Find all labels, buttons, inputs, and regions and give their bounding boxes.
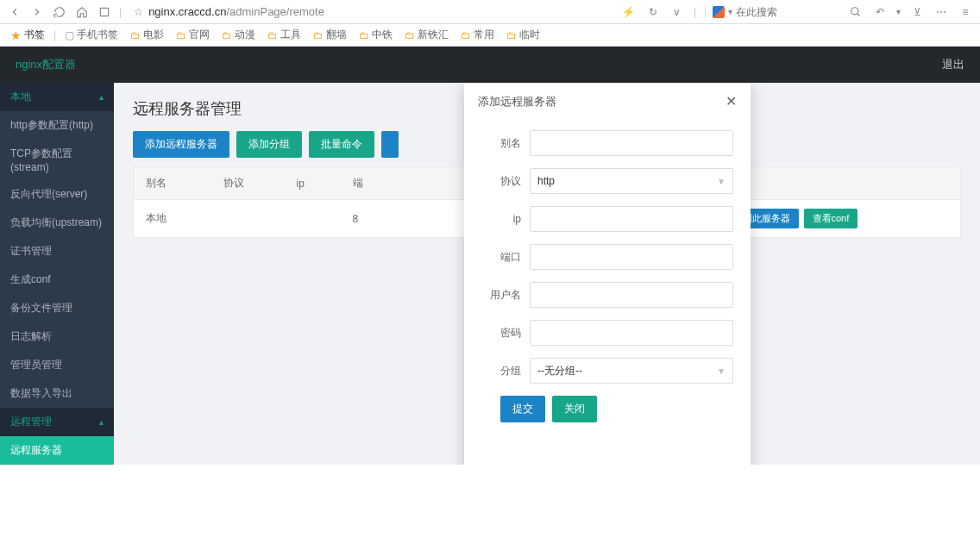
- password-input[interactable]: [530, 320, 733, 346]
- add-server-modal: 添加远程服务器 ✕ 别名 协议 http ▼ ip: [464, 83, 751, 465]
- app-brand: nginx配置器: [16, 57, 76, 72]
- cell-ip: [285, 200, 341, 238]
- more-icon[interactable]: ⋯: [933, 4, 949, 20]
- download-icon[interactable]: ⊻: [909, 4, 925, 20]
- sidebar-tcp[interactable]: TCP参数配置(stream): [0, 140, 114, 180]
- label-alias: 别名: [481, 136, 530, 151]
- address-bar[interactable]: ☆ nginx.craccd.cn/adminPage/remote: [129, 5, 614, 18]
- browser-search-input[interactable]: [736, 6, 839, 18]
- forward-button[interactable]: [29, 4, 45, 20]
- protocol-select[interactable]: http ▼: [530, 168, 733, 194]
- search-icon[interactable]: [848, 4, 864, 20]
- sidebar-log[interactable]: 日志解析: [0, 322, 114, 351]
- refresh-button[interactable]: [52, 4, 67, 20]
- col-ip: ip: [285, 167, 341, 200]
- logout-button[interactable]: 退出: [942, 57, 964, 72]
- sync-icon[interactable]: ∨: [669, 4, 685, 20]
- url-host: nginx.craccd.cn: [148, 5, 226, 18]
- bookmark-phone[interactable]: ▢手机书签: [61, 26, 122, 44]
- sidebar-backup[interactable]: 备份文件管理: [0, 294, 114, 322]
- bookmark-anime[interactable]: 🗀动漫: [218, 26, 259, 44]
- bookmark-xth[interactable]: 🗀新铁汇: [401, 26, 452, 44]
- col-alias: 别名: [134, 167, 211, 200]
- cell-protocol: [211, 200, 285, 238]
- svg-line-2: [858, 13, 860, 16]
- svg-point-1: [851, 7, 858, 14]
- label-port: 端口: [481, 250, 530, 265]
- sidebar-remote-server[interactable]: 远程服务器: [0, 436, 114, 465]
- label-group: 分组: [481, 364, 530, 378]
- label-password: 密码: [481, 326, 530, 341]
- favorite-icon[interactable]: ☆: [134, 6, 143, 18]
- port-input[interactable]: [530, 244, 733, 270]
- bookmark-official[interactable]: 🗀官网: [173, 26, 213, 44]
- chevron-down-icon: ▼: [717, 177, 726, 186]
- caret-up-icon: ▴: [99, 417, 104, 427]
- search-engine-icon[interactable]: [713, 6, 725, 18]
- caret-up-icon: ▴: [99, 92, 104, 102]
- tabs-button[interactable]: [97, 4, 112, 20]
- sidebar-genconf[interactable]: 生成conf: [0, 266, 114, 294]
- sidebar-http[interactable]: http参数配置(http): [0, 111, 114, 140]
- close-icon[interactable]: ✕: [726, 93, 737, 109]
- label-ip: ip: [481, 213, 530, 225]
- label-username: 用户名: [481, 288, 530, 303]
- app-topbar: nginx配置器 退出: [0, 47, 980, 83]
- sidebar-section-local[interactable]: 本地 ▴: [0, 83, 114, 111]
- bookmark-movie[interactable]: 🗀电影: [127, 26, 167, 44]
- bookmark-star[interactable]: ★书签: [7, 26, 48, 44]
- home-button[interactable]: [74, 4, 90, 20]
- hidden-button[interactable]: [381, 131, 399, 158]
- sidebar-cert[interactable]: 证书管理: [0, 237, 114, 266]
- sidebar-admin[interactable]: 管理员管理: [0, 351, 114, 379]
- sidebar: 本地 ▴ http参数配置(http) TCP参数配置(stream) 反向代理…: [0, 83, 114, 465]
- sidebar-proxy[interactable]: 反向代理(server): [0, 180, 114, 209]
- browser-nav-bar: | ☆ nginx.craccd.cn/adminPage/remote ⚡ ↺…: [0, 0, 980, 24]
- bookmark-common[interactable]: 🗀常用: [457, 26, 498, 44]
- bookmark-temp[interactable]: 🗀临时: [503, 26, 543, 44]
- menu-icon[interactable]: ≡: [958, 4, 973, 20]
- chevron-down-icon: ▼: [717, 366, 726, 376]
- bookmark-bar: ★书签 | ▢手机书签 🗀电影 🗀官网 🗀动漫 🗀工具 🗀翻墙 🗀中铁 🗀新铁汇…: [0, 24, 980, 47]
- submit-button[interactable]: 提交: [500, 396, 545, 422]
- modal-title: 添加远程服务器: [478, 94, 556, 109]
- col-protocol: 协议: [211, 167, 285, 200]
- bookmark-tools[interactable]: 🗀工具: [264, 26, 305, 44]
- group-select[interactable]: --无分组-- ▼: [530, 358, 733, 384]
- flash-icon[interactable]: ⚡: [621, 4, 637, 20]
- cast-icon[interactable]: ↺: [645, 4, 661, 20]
- label-protocol: 协议: [481, 174, 530, 189]
- username-input[interactable]: [530, 282, 733, 308]
- add-server-button[interactable]: 添加远程服务器: [133, 131, 229, 158]
- close-button[interactable]: 关闭: [552, 396, 597, 422]
- main-content: 远程服务器管理 添加远程服务器 添加分组 批量命令 别名 协议 ip 端 操作 …: [114, 83, 980, 465]
- add-group-button[interactable]: 添加分组: [236, 131, 302, 158]
- bookmark-zt[interactable]: 🗀中铁: [355, 26, 396, 44]
- svg-rect-0: [100, 8, 108, 16]
- batch-cmd-button[interactable]: 批量命令: [309, 131, 374, 158]
- back-button[interactable]: [7, 4, 22, 20]
- undo-icon[interactable]: ↶: [872, 4, 888, 20]
- cell-alias: 本地: [134, 200, 211, 238]
- alias-input[interactable]: [530, 130, 733, 156]
- url-path: /adminPage/remote: [226, 5, 324, 18]
- view-conf-button[interactable]: 查看conf: [804, 209, 858, 228]
- sidebar-section-remote[interactable]: 远程管理 ▴: [0, 408, 114, 436]
- sidebar-data[interactable]: 数据导入导出: [0, 379, 114, 408]
- bookmark-wall[interactable]: 🗀翻墙: [310, 26, 350, 44]
- ip-input[interactable]: [530, 206, 733, 232]
- sidebar-upstream[interactable]: 负载均衡(upstream): [0, 209, 114, 237]
